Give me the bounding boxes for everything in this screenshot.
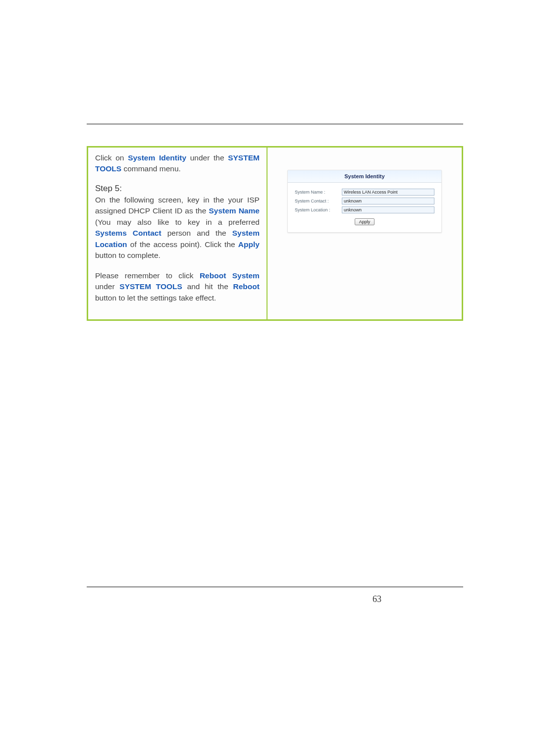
text: button to let the settings take effect.: [95, 294, 216, 302]
keyword-system-identity: System Identity: [128, 153, 186, 162]
keyword-systems-contact: Systems Contact: [95, 229, 161, 237]
screenshot-column: System Identity System Name : System Con…: [268, 148, 462, 319]
input-system-location[interactable]: [342, 206, 434, 213]
label-system-name: System Name :: [295, 190, 342, 195]
apply-button[interactable]: Apply: [355, 218, 375, 225]
apply-button-row: Apply: [295, 216, 434, 225]
form-row-system-location: System Location :: [295, 206, 434, 213]
keyword-apply: Apply: [238, 240, 260, 249]
label-system-contact: System Contact :: [295, 199, 342, 203]
keyword-system-tools-2: SYSTEM TOOLS: [119, 282, 182, 291]
instruction-paragraph-2: On the following screen, key in the your…: [95, 195, 260, 261]
keyword-reboot-system: Reboot System: [200, 271, 260, 280]
form-row-system-contact: System Contact :: [295, 198, 434, 204]
text: (You may also like to key in a preferred: [95, 218, 260, 226]
page-content: Click on System Identity under the SYSTE…: [87, 121, 463, 321]
instruction-box: Click on System Identity under the SYSTE…: [87, 146, 463, 321]
input-system-contact[interactable]: [342, 198, 434, 204]
text: person and the: [167, 229, 232, 237]
text: under the: [190, 153, 228, 162]
panel-body: System Name : System Contact : System Lo…: [288, 183, 441, 232]
bottom-horizontal-rule: [87, 587, 463, 587]
form-row-system-name: System Name :: [295, 189, 434, 196]
text: under: [95, 282, 119, 291]
text: command menu.: [123, 164, 180, 173]
text: Click on: [95, 153, 128, 162]
text: of the access point). Click the: [130, 240, 238, 249]
panel-title: System Identity: [288, 170, 441, 183]
instruction-paragraph-1: Click on System Identity under the SYSTE…: [95, 152, 260, 175]
page-number: 63: [373, 594, 381, 605]
system-identity-panel: System Identity System Name : System Con…: [287, 170, 442, 233]
text: and hit the: [187, 282, 233, 291]
text: Please remember to click: [95, 271, 200, 280]
label-system-location: System Location :: [295, 207, 342, 212]
input-system-name[interactable]: [342, 189, 434, 196]
keyword-system-name: System Name: [209, 206, 259, 215]
keyword-reboot: Reboot: [233, 282, 260, 291]
instruction-paragraph-3: Please remember to click Reboot System u…: [95, 270, 260, 303]
text: button to complete.: [95, 251, 160, 259]
step-heading: Step 5:: [95, 184, 260, 194]
instructions-column: Click on System Identity under the SYSTE…: [88, 148, 268, 319]
